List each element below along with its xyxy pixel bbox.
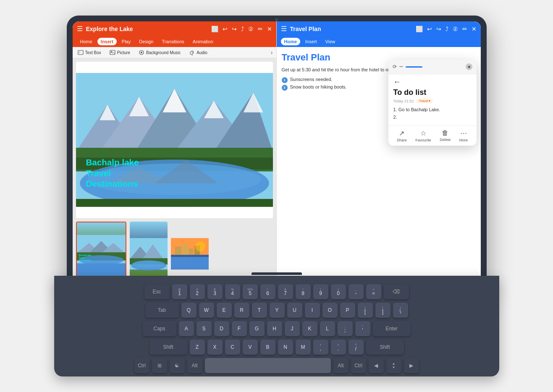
menu-home[interactable]: Home	[77, 38, 96, 45]
key-x[interactable]: X	[207, 340, 223, 355]
key-arrow-left[interactable]: ◀	[369, 358, 384, 373]
pencil-icon-right[interactable]: ✏	[462, 26, 467, 32]
todo-minus-icon[interactable]: −	[399, 63, 403, 71]
key-quote[interactable]: "'	[355, 321, 370, 336]
todo-close-btn[interactable]: ✕	[466, 63, 472, 70]
key-lbracket[interactable]: {[	[358, 303, 373, 318]
key-5[interactable]: %%5	[243, 284, 258, 299]
key-i[interactable]: I	[305, 303, 320, 318]
undo-icon-right[interactable]: ↩	[427, 26, 432, 32]
key-y[interactable]: Y	[270, 303, 285, 318]
close-icon-left[interactable]: ✕	[267, 26, 272, 32]
menu-insert-right[interactable]: Insert	[302, 38, 320, 45]
key-enter[interactable]: Enter	[373, 321, 411, 336]
pencil-icon[interactable]: ✏	[258, 26, 263, 32]
close-icon-right[interactable]: ✕	[472, 26, 477, 32]
key-caps[interactable]: Caps	[143, 321, 176, 336]
key-backslash[interactable]: |\	[393, 303, 408, 318]
key-p[interactable]: P	[340, 303, 355, 318]
key-w[interactable]: W	[199, 303, 214, 318]
bg-music-btn[interactable]: Background Music	[137, 49, 182, 56]
key-2[interactable]: #2	[190, 284, 205, 299]
key-3[interactable]: $3	[207, 284, 223, 299]
todo-back-btn[interactable]: ←	[393, 78, 472, 86]
key-g[interactable]: G	[249, 321, 265, 336]
key-ctrl-left[interactable]: Ctrl	[134, 358, 149, 373]
key-k[interactable]: K	[302, 321, 317, 336]
key-7[interactable]: &7	[278, 284, 293, 299]
redo-icon-right[interactable]: ↪	[436, 26, 441, 32]
audio-btn[interactable]: Audio	[187, 49, 209, 56]
window-icon[interactable]: ⬜	[211, 26, 218, 32]
key-shift-right[interactable]: Shift	[366, 340, 404, 355]
key-r[interactable]: R	[234, 303, 249, 318]
todo-favourite-action[interactable]: ☆ Favourite	[415, 129, 431, 142]
key-e[interactable]: E	[217, 303, 232, 318]
key-minus[interactable]: _-	[349, 284, 364, 299]
key-9[interactable]: (9	[313, 284, 328, 299]
todo-share-action[interactable]: ↗ Share	[397, 129, 407, 142]
key-arrow-right[interactable]: ▶	[404, 358, 419, 373]
key-rbracket[interactable]: }]	[375, 303, 391, 318]
key-ctrl-right[interactable]: Ctrl	[351, 358, 366, 373]
key-comma[interactable]: <,	[313, 340, 328, 355]
key-0[interactable]: )0	[331, 284, 346, 299]
key-space[interactable]	[205, 358, 331, 373]
menu-home-right[interactable]: Home	[281, 38, 301, 45]
key-q[interactable]: Q	[181, 303, 197, 318]
key-l[interactable]: L	[320, 321, 335, 336]
key-win[interactable]: ⊞	[152, 358, 167, 373]
key-h[interactable]: H	[267, 321, 282, 336]
picture-btn[interactable]: Picture	[108, 49, 132, 56]
menu-view-right[interactable]: View	[322, 38, 339, 45]
key-o[interactable]: O	[322, 303, 338, 318]
menu-design[interactable]: Design	[136, 38, 157, 45]
audio-label: Audio	[197, 50, 207, 55]
key-d[interactable]: D	[214, 321, 229, 336]
key-m[interactable]: M	[296, 340, 311, 355]
key-arrow-up-down[interactable]: ▲ ▼	[386, 358, 401, 373]
share-icon[interactable]: ⤴	[241, 26, 244, 32]
share-icon-right[interactable]: ⤴	[446, 26, 448, 32]
menu-play[interactable]: Play	[118, 38, 134, 45]
key-special[interactable]: ☯	[170, 358, 185, 373]
todo-delete-action[interactable]: 🗑 Delete	[440, 129, 451, 142]
key-period[interactable]: >.	[331, 340, 346, 355]
key-n[interactable]: N	[278, 340, 293, 355]
key-1[interactable]: @1	[172, 284, 187, 299]
more-btn[interactable]: ›	[271, 49, 273, 56]
key-equals[interactable]: +=	[366, 284, 381, 299]
key-j[interactable]: J	[285, 321, 300, 336]
todo-more-action[interactable]: ⋯ More	[459, 129, 468, 142]
key-backspace[interactable]: ⌫	[384, 284, 409, 299]
key-semicolon[interactable]: :;	[338, 321, 353, 336]
key-6[interactable]: ^6	[260, 284, 275, 299]
key-t[interactable]: T	[252, 303, 267, 318]
key-v[interactable]: V	[243, 340, 258, 355]
menu-transitions[interactable]: Transitions	[158, 38, 187, 45]
key-shift-left[interactable]: Shift	[149, 340, 187, 355]
todo-refresh-icon[interactable]: ⟳	[393, 64, 397, 70]
key-tab[interactable]: Tab	[145, 303, 179, 318]
key-u[interactable]: U	[287, 303, 302, 318]
key-slash[interactable]: ?/	[349, 340, 364, 355]
window-icon-right[interactable]: ⬜	[416, 26, 423, 32]
key-4[interactable]: %4	[225, 284, 240, 299]
menu-insert[interactable]: Insert	[97, 38, 117, 45]
key-f[interactable]: F	[232, 321, 247, 336]
key-alt-right[interactable]: Alt	[333, 358, 349, 373]
key-esc[interactable]: Esc	[144, 284, 170, 299]
key-b[interactable]: B	[260, 340, 275, 355]
hamburger-icon-right[interactable]: ☰	[281, 25, 287, 33]
key-alt-left[interactable]: Alt	[187, 358, 202, 373]
key-s[interactable]: S	[197, 321, 212, 336]
text-box-btn[interactable]: T Text Box	[76, 49, 103, 56]
menu-animation[interactable]: Animation	[189, 38, 217, 45]
key-c[interactable]: C	[225, 340, 240, 355]
hamburger-icon[interactable]: ☰	[77, 25, 83, 33]
key-z[interactable]: Z	[190, 340, 205, 355]
redo-icon[interactable]: ↪	[232, 26, 237, 32]
key-8[interactable]: *8	[296, 284, 311, 299]
key-a[interactable]: A	[179, 321, 194, 336]
undo-icon[interactable]: ↩	[223, 26, 228, 32]
